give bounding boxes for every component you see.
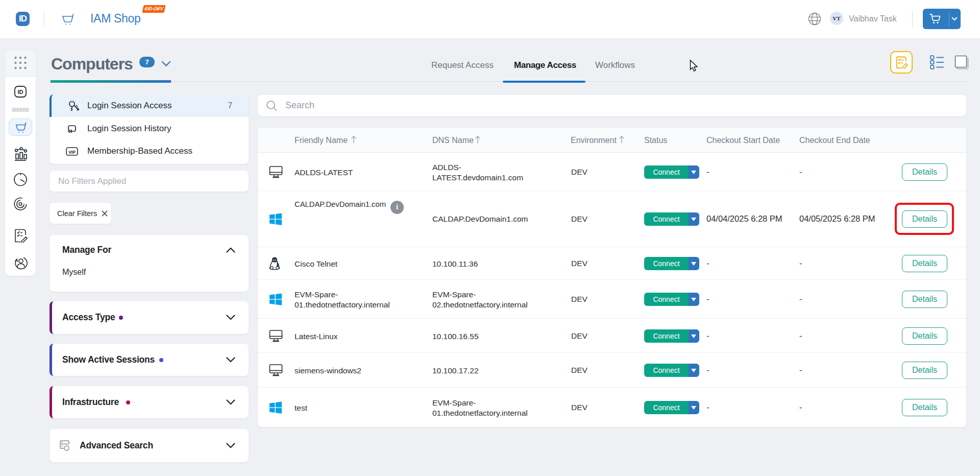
svg-text:VIP: VIP	[68, 150, 76, 155]
svg-text:ID: ID	[18, 89, 23, 95]
